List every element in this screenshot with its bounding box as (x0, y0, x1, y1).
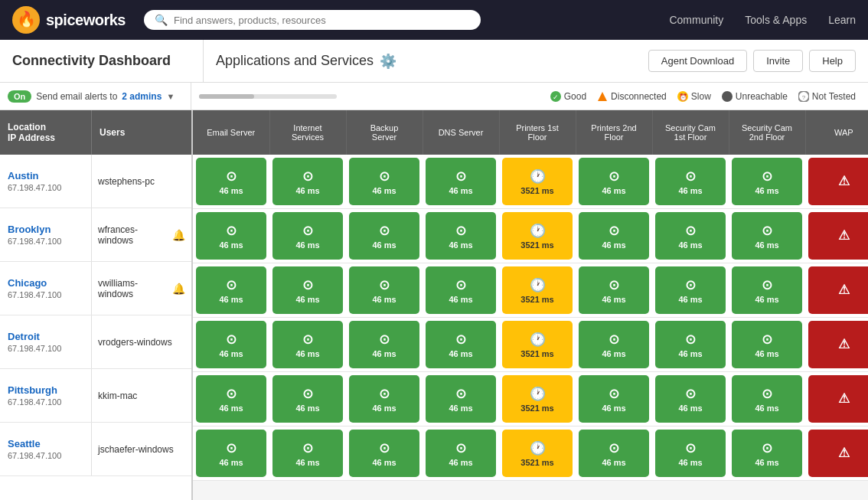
service-indicator[interactable]: ⊙46 ms (732, 375, 802, 423)
service-cell-austin-2[interactable]: ⊙46 ms (346, 155, 423, 209)
service-cell-pittsburgh-8[interactable]: ⚠ (805, 372, 868, 426)
service-cell-detroit-8[interactable]: ⚠ (805, 318, 868, 372)
service-cell-seattle-1[interactable]: ⊙46 ms (269, 426, 346, 481)
service-cell-seattle-2[interactable]: ⊙46 ms (346, 426, 423, 481)
admin-count-link[interactable]: 2 admins (122, 91, 162, 102)
service-cell-chicago-1[interactable]: ⊙46 ms (269, 263, 346, 318)
service-cell-detroit-6[interactable]: ⊙46 ms (652, 318, 729, 372)
service-indicator[interactable]: ⊙46 ms (579, 430, 649, 477)
service-cell-chicago-5[interactable]: ⊙46 ms (576, 263, 652, 318)
service-cell-brooklyn-6[interactable]: ⊙46 ms (652, 209, 729, 263)
service-indicator[interactable]: ⚠ (808, 158, 868, 205)
service-indicator[interactable]: ⊙46 ms (426, 266, 496, 314)
dropdown-arrow-icon[interactable]: ▼ (166, 92, 175, 101)
location-name-pittsburgh[interactable]: Pittsburgh (8, 384, 83, 396)
service-indicator[interactable]: ⊙46 ms (272, 158, 343, 205)
service-cell-brooklyn-7[interactable]: ⊙46 ms (729, 209, 805, 263)
service-indicator[interactable]: ⊙46 ms (349, 321, 419, 368)
service-cell-detroit-0[interactable]: ⊙46 ms (193, 318, 269, 372)
service-indicator[interactable]: ⊙46 ms (196, 266, 266, 314)
service-cell-pittsburgh-5[interactable]: ⊙46 ms (576, 372, 652, 426)
nav-learn[interactable]: Learn (828, 14, 856, 26)
service-indicator[interactable]: ⊙46 ms (426, 158, 496, 205)
service-indicator[interactable]: ⊙46 ms (732, 158, 802, 205)
search-input[interactable] (174, 15, 470, 26)
service-cell-chicago-4[interactable]: 🕐3521 ms (499, 263, 576, 318)
service-indicator[interactable]: ⊙46 ms (349, 212, 419, 260)
service-cell-pittsburgh-0[interactable]: ⊙46 ms (193, 372, 269, 426)
service-indicator[interactable]: ⚠ (808, 321, 868, 368)
location-name-austin[interactable]: Austin (8, 170, 83, 181)
service-cell-austin-8[interactable]: ⚠ (805, 155, 868, 209)
service-cell-austin-6[interactable]: ⊙46 ms (652, 155, 729, 209)
service-indicator[interactable]: ⊙46 ms (426, 430, 496, 477)
service-cell-chicago-6[interactable]: ⊙46 ms (652, 263, 729, 318)
service-indicator[interactable]: ⚠ (808, 430, 868, 477)
service-indicator[interactable]: ⊙46 ms (732, 321, 802, 368)
invite-button[interactable]: Invite (753, 50, 803, 72)
service-indicator[interactable]: ⊙46 ms (732, 430, 802, 477)
service-cell-pittsburgh-6[interactable]: ⊙46 ms (652, 372, 729, 426)
service-indicator[interactable]: 🕐3521 ms (502, 266, 573, 314)
service-indicator[interactable]: 🕐3521 ms (502, 430, 573, 477)
service-cell-austin-3[interactable]: ⊙46 ms (423, 155, 499, 209)
service-indicator[interactable]: ⊙46 ms (579, 375, 649, 423)
service-indicator[interactable]: ⊙46 ms (579, 321, 649, 368)
service-cell-brooklyn-4[interactable]: 🕐3521 ms (499, 209, 576, 263)
location-name-chicago[interactable]: Chicago (8, 277, 83, 289)
service-cell-detroit-7[interactable]: ⊙46 ms (729, 318, 805, 372)
service-indicator[interactable]: ⊙46 ms (272, 430, 343, 477)
service-indicator[interactable]: ⊙46 ms (579, 158, 649, 205)
service-indicator[interactable]: ⊙46 ms (196, 158, 266, 205)
bell-icon-brooklyn[interactable]: 🔔 (172, 229, 185, 241)
service-cell-austin-1[interactable]: ⊙46 ms (269, 155, 346, 209)
service-indicator[interactable]: ⊙46 ms (732, 212, 802, 260)
service-cell-detroit-3[interactable]: ⊙46 ms (423, 318, 499, 372)
service-indicator[interactable]: ⚠ (808, 212, 868, 260)
service-indicator[interactable]: ⊙46 ms (655, 430, 726, 477)
service-indicator[interactable]: ⊙46 ms (426, 212, 496, 260)
service-cell-chicago-7[interactable]: ⊙46 ms (729, 263, 805, 318)
service-cell-seattle-5[interactable]: ⊙46 ms (576, 426, 652, 481)
service-cell-seattle-0[interactable]: ⊙46 ms (193, 426, 269, 481)
service-indicator[interactable]: ⊙46 ms (349, 266, 419, 314)
service-indicator[interactable]: ⊙46 ms (655, 158, 726, 205)
service-cell-brooklyn-3[interactable]: ⊙46 ms (423, 209, 499, 263)
service-cell-brooklyn-1[interactable]: ⊙46 ms (269, 209, 346, 263)
bell-icon-chicago[interactable]: 🔔 (172, 283, 185, 295)
service-indicator[interactable]: ⊙46 ms (272, 375, 343, 423)
agent-download-button[interactable]: Agent Download (648, 50, 747, 72)
location-name-seattle[interactable]: Seattle (8, 438, 83, 449)
search-bar[interactable]: 🔍 (144, 10, 481, 30)
service-cell-detroit-1[interactable]: ⊙46 ms (269, 318, 346, 372)
service-indicator[interactable]: ⚠ (808, 266, 868, 314)
service-indicator[interactable]: 🕐3521 ms (502, 158, 573, 205)
service-indicator[interactable]: ⊙46 ms (196, 212, 266, 260)
service-indicator[interactable]: 🕐3521 ms (502, 212, 573, 260)
service-indicator[interactable]: ⊙46 ms (655, 266, 726, 314)
location-name-detroit[interactable]: Detroit (8, 331, 83, 342)
service-cell-seattle-7[interactable]: ⊙46 ms (729, 426, 805, 481)
service-cell-chicago-0[interactable]: ⊙46 ms (193, 263, 269, 318)
service-indicator[interactable]: ⊙46 ms (579, 212, 649, 260)
service-indicator[interactable]: ⊙46 ms (349, 158, 419, 205)
service-cell-chicago-8[interactable]: ⚠ (805, 263, 868, 318)
service-cell-austin-0[interactable]: ⊙46 ms (193, 155, 269, 209)
service-cell-chicago-2[interactable]: ⊙46 ms (346, 263, 423, 318)
service-cell-brooklyn-8[interactable]: ⚠ (805, 209, 868, 263)
location-name-brooklyn[interactable]: Brooklyn (8, 224, 83, 235)
service-cell-pittsburgh-2[interactable]: ⊙46 ms (346, 372, 423, 426)
service-cell-brooklyn-2[interactable]: ⊙46 ms (346, 209, 423, 263)
help-button[interactable]: Help (809, 50, 856, 72)
service-indicator[interactable]: ⊙46 ms (655, 321, 726, 368)
service-cell-pittsburgh-1[interactable]: ⊙46 ms (269, 372, 346, 426)
service-indicator[interactable]: ⊙46 ms (732, 266, 802, 314)
service-indicator[interactable]: ⊙46 ms (272, 321, 343, 368)
service-cell-seattle-4[interactable]: 🕐3521 ms (499, 426, 576, 481)
service-indicator[interactable]: ⊙46 ms (272, 212, 343, 260)
nav-tools[interactable]: Tools & Apps (745, 14, 807, 26)
service-indicator[interactable]: ⊙46 ms (196, 375, 266, 423)
service-cell-austin-4[interactable]: 🕐3521 ms (499, 155, 576, 209)
service-cell-austin-5[interactable]: ⊙46 ms (576, 155, 652, 209)
nav-community[interactable]: Community (669, 14, 723, 26)
